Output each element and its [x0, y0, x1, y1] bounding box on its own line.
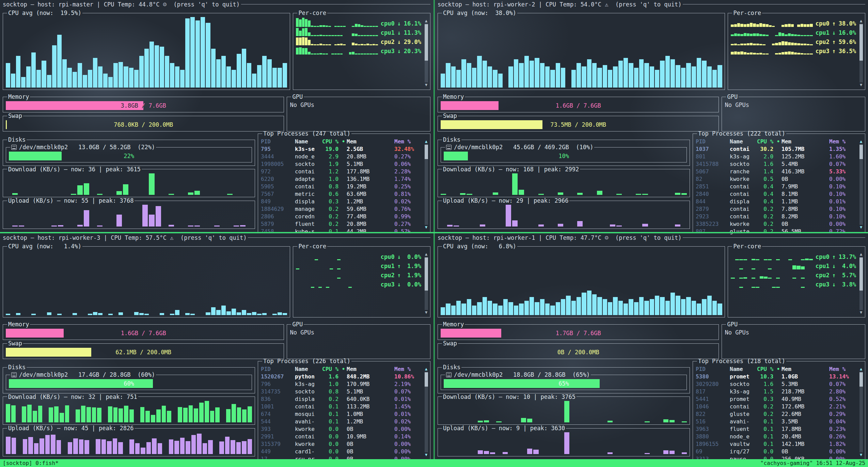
process-scrollbar[interactable]: ▲ ▼ — [424, 367, 428, 457]
status-left-session-window[interactable]: [socktop] 0:fish* — [3, 460, 59, 466]
column-header[interactable]: CPU % • — [757, 138, 782, 145]
scroll-up-icon[interactable]: ▲ — [425, 367, 427, 371]
column-header[interactable]: Name — [730, 138, 757, 145]
process-row[interactable]: 2879contai0.27.8MB0.10% — [696, 205, 857, 213]
scroll-down-icon[interactable]: ▼ — [425, 83, 427, 87]
process-row[interactable]: 1046contai0.2172.6MB2.21% — [696, 403, 857, 410]
scrollbar-thumb[interactable] — [859, 258, 863, 291]
scroll-up-icon[interactable]: ▲ — [860, 19, 862, 23]
process-row[interactable]: 5380promet10.31.0GB13.14% — [696, 373, 857, 380]
scrollbar-thumb[interactable] — [425, 145, 428, 159]
process-row[interactable]: 2923contai0.28.2MB0.10% — [696, 213, 857, 220]
scrollbar-thumb[interactable] — [425, 258, 428, 291]
process-row[interactable]: 3385223kworke0.20B0.00% — [696, 220, 857, 228]
column-header[interactable]: CPU % • — [322, 138, 347, 145]
scroll-down-icon[interactable]: ▼ — [425, 225, 427, 229]
process-row[interactable]: 1884629manage0.259.6MB0.76% — [261, 205, 423, 213]
process-row[interactable]: 5441promet0.340.9MB0.52% — [696, 395, 857, 403]
scrollbar-track[interactable] — [859, 144, 863, 225]
process-row[interactable]: 796k3s-ag1.0170.9MB2.19% — [261, 380, 423, 388]
scrollbar-thumb[interactable] — [859, 372, 863, 387]
scroll-down-icon[interactable]: ▼ — [425, 453, 427, 457]
process-row[interactable]: 3415788sockto1.65.4MB0.07% — [696, 160, 857, 168]
column-header[interactable]: CPU % • — [322, 365, 347, 373]
process-row[interactable]: 801k3s-ag2.0125.2MB1.60% — [696, 153, 857, 160]
scroll-up-icon[interactable]: ▲ — [425, 140, 427, 143]
process-row[interactable]: 817k3s-ag1.5218.7MB2.80% — [696, 388, 857, 395]
scrollbar-track[interactable] — [425, 257, 428, 310]
column-header[interactable]: CPU % • — [757, 365, 782, 373]
column-header[interactable]: Name — [295, 365, 322, 373]
scroll-down-icon[interactable]: ▼ — [425, 311, 427, 314]
process-row[interactable]: 795k3s-se19.02.5GB32.48% — [261, 145, 423, 153]
process-row[interactable]: 1037contai30.2105.7MB1.35% — [696, 145, 857, 153]
column-header[interactable]: Name — [730, 365, 757, 373]
process-row[interactable]: 3444node_e2.920.8MB0.27% — [261, 153, 423, 160]
process-scrollbar[interactable]: ▲ ▼ — [859, 140, 863, 229]
process-row[interactable]: 1520267python1.6848.2MB10.86% — [261, 373, 423, 380]
per-core-scrollbar[interactable]: ▲ ▼ — [424, 19, 428, 87]
scroll-down-icon[interactable]: ▼ — [860, 225, 862, 229]
column-header[interactable]: PID — [696, 365, 730, 373]
scroll-down-icon[interactable]: ▼ — [860, 311, 862, 314]
process-row[interactable]: 393kworke0.00B0.00% — [261, 425, 423, 433]
process-row[interactable]: 844displa0.41.1MB0.01% — [696, 198, 857, 205]
process-row[interactable]: 449card1-0.00B0.00% — [261, 448, 423, 455]
column-header[interactable]: Mem — [347, 365, 394, 373]
process-row[interactable]: 544avahi-0.11.2MB0.02% — [261, 418, 423, 425]
column-header[interactable]: Mem — [782, 365, 829, 373]
scroll-up-icon[interactable]: ▲ — [860, 140, 862, 143]
scrollbar-thumb[interactable] — [425, 24, 428, 61]
scrollbar-track[interactable] — [425, 24, 428, 82]
process-row[interactable]: 5879fluent0.220.8MB0.27% — [261, 220, 423, 228]
scroll-down-icon[interactable]: ▼ — [860, 83, 862, 87]
process-row[interactable]: 2991contai0.010.9MB0.14% — [261, 433, 423, 440]
per-core-scrollbar[interactable]: ▲ ▼ — [859, 252, 863, 314]
process-row[interactable]: 315379kworke0.00B0.00% — [261, 440, 423, 448]
scroll-down-icon[interactable]: ▼ — [860, 453, 862, 457]
tmux-horizontal-divider[interactable] — [0, 232, 868, 233]
scroll-up-icon[interactable]: ▲ — [860, 252, 862, 256]
scrollbar-track[interactable] — [859, 24, 863, 82]
column-header[interactable]: Mem % — [829, 138, 857, 145]
process-row[interactable]: 822gluste0.222.6MB0.29% — [696, 410, 857, 418]
column-header[interactable]: Mem % — [394, 365, 423, 373]
column-header[interactable]: PID — [696, 138, 730, 145]
column-header[interactable]: Mem % — [394, 138, 423, 145]
process-row[interactable]: 3029280sockto1.65.3MB0.07% — [696, 380, 857, 388]
process-row[interactable]: 3963fluent0.117.8MB0.23% — [696, 425, 857, 433]
column-header[interactable]: PID — [261, 365, 295, 373]
process-row[interactable]: 849displa0.31.2MB0.02% — [261, 198, 423, 205]
process-row[interactable]: 972contai1.2177.8MB2.28% — [261, 168, 423, 175]
process-row[interactable]: 7567metric0.663.6MB0.81% — [261, 190, 423, 198]
process-row[interactable]: 1896155vaultw0.1142.1MB1.82% — [696, 440, 857, 448]
process-row[interactable]: 836displa0.2640.0KB0.01% — [261, 395, 423, 403]
column-header[interactable]: Mem — [347, 138, 394, 145]
scroll-up-icon[interactable]: ▲ — [860, 367, 862, 371]
column-header[interactable]: PID — [261, 138, 295, 145]
process-row[interactable]: 5067ranche1.4416.3MB5.33% — [696, 168, 857, 175]
process-row[interactable]: 2851contai0.47.9MB0.10% — [696, 183, 857, 190]
per-core-scrollbar[interactable]: ▲ ▼ — [424, 252, 428, 314]
process-row[interactable]: 516avahi-0.13.5MB0.04% — [696, 418, 857, 425]
column-header[interactable]: Mem % — [829, 365, 857, 373]
column-header[interactable]: Mem — [782, 138, 829, 145]
process-row[interactable]: 2806coredn0.277.4MB0.99% — [261, 213, 423, 220]
scrollbar-track[interactable] — [859, 257, 863, 310]
process-row[interactable]: 2840contai0.48.1MB0.10% — [696, 190, 857, 198]
process-scrollbar[interactable]: ▲ ▼ — [859, 367, 863, 457]
process-row[interactable]: 1001contai0.1113.2MB1.45% — [261, 403, 423, 410]
scrollbar-track[interactable] — [425, 372, 428, 452]
process-row[interactable]: 674mosqui0.11.0MB0.01% — [261, 410, 423, 418]
process-scrollbar[interactable]: ▲ ▼ — [424, 140, 428, 229]
process-row[interactable]: 69irq/270.00B0.00% — [696, 448, 857, 455]
scroll-up-icon[interactable]: ▲ — [425, 19, 427, 23]
scroll-up-icon[interactable]: ▲ — [425, 252, 427, 256]
scrollbar-thumb[interactable] — [859, 24, 863, 61]
scrollbar-thumb[interactable] — [859, 145, 863, 159]
scrollbar-thumb[interactable] — [425, 372, 428, 387]
column-header[interactable]: Name — [295, 138, 322, 145]
process-row[interactable]: 314735sockto0.85.1MB0.07% — [261, 388, 423, 395]
process-row[interactable]: 82kworke0.50B0.00% — [696, 175, 857, 183]
per-core-scrollbar[interactable]: ▲ ▼ — [859, 19, 863, 87]
